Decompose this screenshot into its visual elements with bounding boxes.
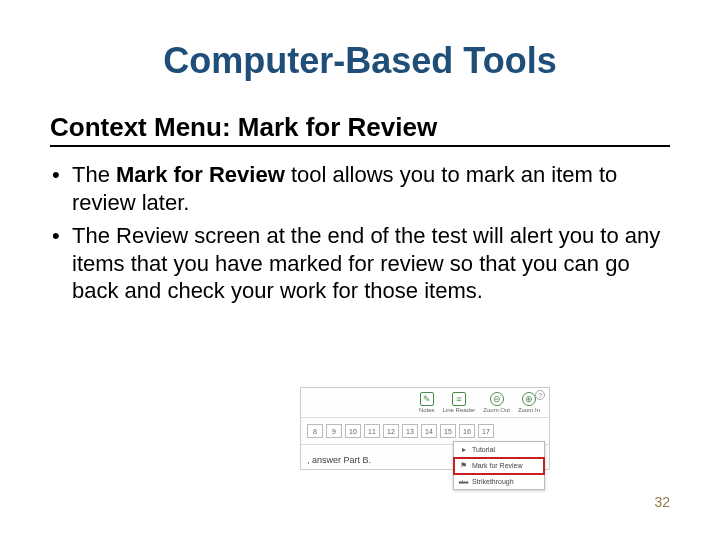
tool-label: Zoom Out (483, 407, 510, 413)
page-button[interactable]: 9 (326, 424, 342, 438)
bullet-text-bold: Mark for Review (116, 162, 285, 187)
menu-label: Tutorial (472, 446, 495, 453)
help-icon[interactable]: ? (535, 390, 545, 400)
notes-icon: ✎ (420, 392, 434, 406)
zoom-in-icon: ⊕ (522, 392, 536, 406)
toolbar: ✎ Notes ≡ Line Reader ⊖ Zoom Out ⊕ Zoom … (301, 388, 549, 418)
tutorial-icon: ▸ (459, 445, 468, 454)
menu-item-strikethrough[interactable]: abc Strikethrough (454, 474, 544, 489)
page-button[interactable]: 13 (402, 424, 418, 438)
page-number: 32 (654, 494, 670, 510)
answer-area: , answer Part B. ▸ Tutorial ⚑ Mark for R… (301, 445, 549, 469)
slide-subtitle: Context Menu: Mark for Review (50, 112, 670, 147)
menu-item-mark-for-review[interactable]: ⚑ Mark for Review (454, 458, 544, 474)
flag-icon: ⚑ (459, 461, 468, 470)
tool-notes[interactable]: ✎ Notes (416, 392, 438, 413)
tool-line-reader[interactable]: ≡ Line Reader (440, 392, 479, 413)
page-button[interactable]: 15 (440, 424, 456, 438)
page-button[interactable]: 8 (307, 424, 323, 438)
bullet-item: The Mark for Review tool allows you to m… (72, 161, 670, 216)
bullet-item: The Review screen at the end of the test… (72, 222, 670, 305)
page-button[interactable]: 17 (478, 424, 494, 438)
slide-title: Computer-Based Tools (50, 40, 670, 82)
page-button[interactable]: 14 (421, 424, 437, 438)
zoom-out-icon: ⊖ (490, 392, 504, 406)
menu-label: Strikethrough (472, 478, 514, 485)
answer-text: , answer Part B. (307, 455, 371, 465)
page-button[interactable]: 12 (383, 424, 399, 438)
page-button[interactable]: 10 (345, 424, 361, 438)
screenshot-figure: ? ✎ Notes ≡ Line Reader ⊖ Zoom Out ⊕ Zoo… (300, 387, 550, 470)
tool-label: Zoom In (518, 407, 540, 413)
bullet-text-pre: The Review screen at the end of the test… (72, 223, 660, 303)
tool-zoom-out[interactable]: ⊖ Zoom Out (480, 392, 513, 413)
bullet-text-pre: The (72, 162, 116, 187)
line-reader-icon: ≡ (452, 392, 466, 406)
page-button[interactable]: 16 (459, 424, 475, 438)
menu-item-tutorial[interactable]: ▸ Tutorial (454, 442, 544, 458)
bullet-list: The Mark for Review tool allows you to m… (50, 161, 670, 305)
menu-label: Mark for Review (472, 462, 523, 469)
tool-label: Line Reader (443, 407, 476, 413)
context-menu: ▸ Tutorial ⚑ Mark for Review abc Striket… (453, 441, 545, 490)
strikethrough-icon: abc (459, 477, 468, 486)
tool-label: Notes (419, 407, 435, 413)
page-button[interactable]: 11 (364, 424, 380, 438)
